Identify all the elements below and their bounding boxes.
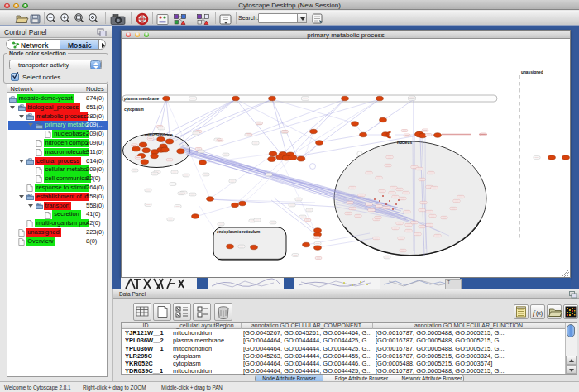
svg-text:cytoplasm: cytoplasm bbox=[124, 108, 144, 112]
svg-text:unassigned: unassigned bbox=[521, 70, 543, 74]
svg-text:endoplasmic reticulum: endoplasmic reticulum bbox=[217, 230, 260, 234]
svg-text:plasma membrane: plasma membrane bbox=[124, 97, 159, 101]
svg-text:nucleus: nucleus bbox=[397, 141, 412, 145]
svg-text:(x): (x) bbox=[536, 310, 543, 317]
